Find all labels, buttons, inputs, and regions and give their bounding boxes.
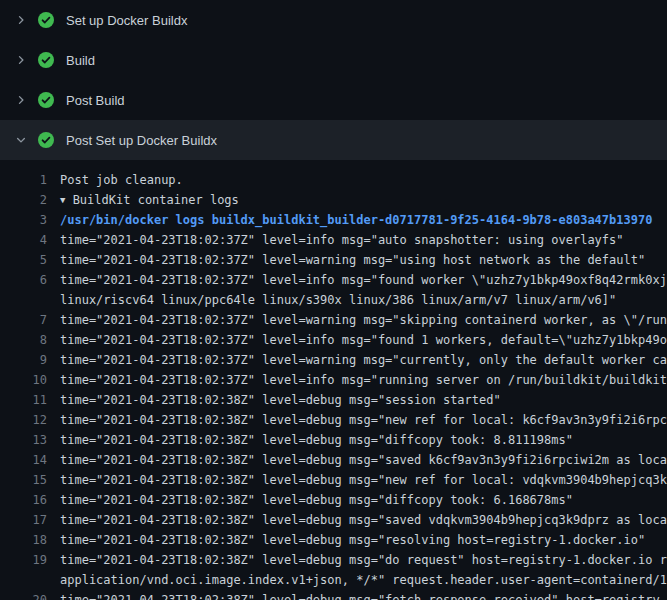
log-line: 10time="2021-04-23T18:02:37Z" level=info… bbox=[0, 370, 667, 390]
log-line-number[interactable]: 13 bbox=[0, 430, 47, 450]
log-text: time="2021-04-23T18:02:37Z" level=warnin… bbox=[47, 350, 667, 370]
log-line-number[interactable]: 8 bbox=[0, 330, 47, 350]
log-text: time="2021-04-23T18:02:37Z" level=info m… bbox=[47, 330, 667, 350]
log-line: 13time="2021-04-23T18:02:38Z" level=debu… bbox=[0, 430, 667, 450]
log-text-continuation: application/vnd.oci.image.index.v1+json,… bbox=[47, 570, 667, 590]
log-line: 11time="2021-04-23T18:02:38Z" level=debu… bbox=[0, 390, 667, 410]
log-line: 9time="2021-04-23T18:02:37Z" level=warni… bbox=[0, 350, 667, 370]
check-circle-icon bbox=[38, 92, 54, 108]
log-line: 7time="2021-04-23T18:02:37Z" level=warni… bbox=[0, 310, 667, 330]
log-line: 5time="2021-04-23T18:02:37Z" level=warni… bbox=[0, 250, 667, 270]
log-line-number[interactable]: 18 bbox=[0, 530, 47, 550]
chevron-right-icon bbox=[13, 52, 29, 68]
log-text: time="2021-04-23T18:02:38Z" level=debug … bbox=[47, 530, 645, 550]
log-line: 2▼ BuildKit container logs bbox=[0, 190, 667, 210]
log-text: time="2021-04-23T18:02:38Z" level=debug … bbox=[47, 390, 501, 410]
log-text: time="2021-04-23T18:02:37Z" level=warnin… bbox=[47, 250, 645, 270]
log-command-text: /usr/bin/docker logs buildx_buildkit_bui… bbox=[47, 210, 652, 230]
log-text: time="2021-04-23T18:02:37Z" level=warnin… bbox=[47, 310, 667, 330]
log-line-number[interactable]: 11 bbox=[0, 390, 47, 410]
log-line: 6time="2021-04-23T18:02:37Z" level=info … bbox=[0, 270, 667, 290]
step-label: Post Set up Docker Buildx bbox=[66, 133, 217, 148]
log-text: time="2021-04-23T18:02:37Z" level=info m… bbox=[47, 370, 667, 390]
log-line-number[interactable]: 4 bbox=[0, 230, 47, 250]
log-line: 1Post job cleanup. bbox=[0, 170, 667, 190]
log-text: Post job cleanup. bbox=[47, 170, 183, 190]
chevron-right-icon bbox=[13, 12, 29, 28]
log-line-number[interactable]: 19 bbox=[0, 550, 47, 570]
log-line-number[interactable]: 17 bbox=[0, 510, 47, 530]
check-circle-icon bbox=[38, 12, 54, 28]
log-line: linux/riscv64 linux/ppc64le linux/s390x … bbox=[0, 290, 667, 310]
log-group-toggle[interactable]: ▼ BuildKit container logs bbox=[47, 190, 239, 210]
step-label: Set up Docker Buildx bbox=[66, 13, 187, 28]
log-line-number[interactable]: 15 bbox=[0, 470, 47, 490]
check-circle-icon bbox=[38, 52, 54, 68]
log-line: 12time="2021-04-23T18:02:38Z" level=debu… bbox=[0, 410, 667, 430]
log-line-number[interactable]: 9 bbox=[0, 350, 47, 370]
log-line: 19time="2021-04-23T18:02:38Z" level=debu… bbox=[0, 550, 667, 570]
log-line: 18time="2021-04-23T18:02:38Z" level=debu… bbox=[0, 530, 667, 550]
log-area: 1Post job cleanup.2▼ BuildKit container … bbox=[0, 160, 667, 600]
chevron-right-icon bbox=[13, 92, 29, 108]
log-line-number[interactable]: 7 bbox=[0, 310, 47, 330]
log-line: 8time="2021-04-23T18:02:37Z" level=info … bbox=[0, 330, 667, 350]
log-text: time="2021-04-23T18:02:38Z" level=debug … bbox=[47, 550, 667, 570]
log-text: time="2021-04-23T18:02:38Z" level=debug … bbox=[47, 410, 667, 430]
log-line: 3/usr/bin/docker logs buildx_buildkit_bu… bbox=[0, 210, 667, 230]
log-line-number[interactable]: 2 bbox=[0, 190, 47, 210]
log-text: time="2021-04-23T18:02:38Z" level=debug … bbox=[47, 590, 660, 600]
step-label: Build bbox=[66, 53, 95, 68]
log-line: 17time="2021-04-23T18:02:38Z" level=debu… bbox=[0, 510, 667, 530]
workflow-log-viewer: Set up Docker Buildx Build Post Build Po… bbox=[0, 0, 667, 600]
log-text: time="2021-04-23T18:02:38Z" level=debug … bbox=[47, 490, 573, 510]
log-text: time="2021-04-23T18:02:38Z" level=debug … bbox=[47, 470, 667, 490]
step-label: Post Build bbox=[66, 93, 125, 108]
log-text: time="2021-04-23T18:02:38Z" level=debug … bbox=[47, 450, 667, 470]
log-text: time="2021-04-23T18:02:38Z" level=debug … bbox=[47, 510, 667, 530]
log-line-number[interactable]: 10 bbox=[0, 370, 47, 390]
log-text: time="2021-04-23T18:02:38Z" level=debug … bbox=[47, 430, 573, 450]
step-row-build[interactable]: Build bbox=[0, 40, 667, 80]
disclosure-triangle-icon[interactable]: ▼ bbox=[60, 190, 65, 210]
log-line-number[interactable]: 6 bbox=[0, 270, 47, 290]
log-line: 16time="2021-04-23T18:02:38Z" level=debu… bbox=[0, 490, 667, 510]
step-row-post-build[interactable]: Post Build bbox=[0, 80, 667, 120]
step-row-set-up-docker-buildx[interactable]: Set up Docker Buildx bbox=[0, 0, 667, 40]
log-line: 20time="2021-04-23T18:02:38Z" level=debu… bbox=[0, 590, 667, 600]
log-text: time="2021-04-23T18:02:37Z" level=info m… bbox=[47, 270, 667, 290]
log-line: 15time="2021-04-23T18:02:38Z" level=debu… bbox=[0, 470, 667, 490]
log-line-number[interactable]: 20 bbox=[0, 590, 47, 600]
chevron-down-icon bbox=[13, 132, 29, 148]
log-line-number[interactable]: 12 bbox=[0, 410, 47, 430]
check-circle-icon bbox=[38, 132, 54, 148]
log-text-continuation: linux/riscv64 linux/ppc64le linux/s390x … bbox=[47, 290, 616, 310]
log-line-number[interactable]: 5 bbox=[0, 250, 47, 270]
log-line-number bbox=[0, 570, 47, 590]
log-line: application/vnd.oci.image.index.v1+json,… bbox=[0, 570, 667, 590]
log-line: 14time="2021-04-23T18:02:38Z" level=debu… bbox=[0, 450, 667, 470]
log-text: time="2021-04-23T18:02:37Z" level=info m… bbox=[47, 230, 624, 250]
log-line-number[interactable]: 3 bbox=[0, 210, 47, 230]
log-line: 4time="2021-04-23T18:02:37Z" level=info … bbox=[0, 230, 667, 250]
log-line-number[interactable]: 1 bbox=[0, 170, 47, 190]
step-row-post-set-up-docker-buildx[interactable]: Post Set up Docker Buildx bbox=[0, 120, 667, 160]
log-line-number bbox=[0, 290, 47, 310]
log-line-number[interactable]: 16 bbox=[0, 490, 47, 510]
log-line-number[interactable]: 14 bbox=[0, 450, 47, 470]
